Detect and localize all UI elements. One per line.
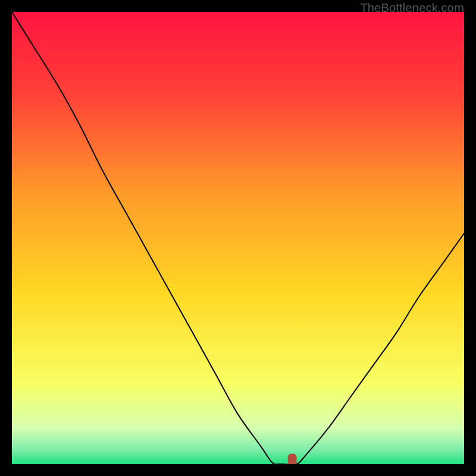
chart-svg xyxy=(12,12,464,464)
watermark-text: TheBottleneck.com xyxy=(360,1,464,15)
plot-area xyxy=(12,12,464,464)
minimum-marker xyxy=(288,454,296,464)
gradient-background xyxy=(12,12,464,464)
chart-frame: TheBottleneck.com xyxy=(0,0,476,476)
